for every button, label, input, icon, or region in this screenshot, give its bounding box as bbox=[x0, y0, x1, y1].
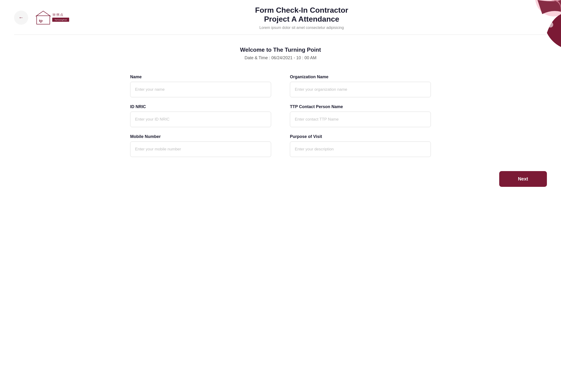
back-arrow-icon: ← bbox=[19, 15, 24, 21]
svg-text:转 拐 点: 转 拐 点 bbox=[53, 13, 63, 16]
mobile-label: Mobile Number bbox=[130, 134, 271, 139]
header: ← tp 转 拐 点 TheTurningPoint Form Check-In… bbox=[0, 0, 561, 34]
ttp-contact-field-group: TTP Contact Person Name bbox=[290, 104, 431, 127]
name-label: Name bbox=[130, 75, 271, 79]
ttp-contact-label: TTP Contact Person Name bbox=[290, 104, 431, 109]
mobile-field-group: Mobile Number bbox=[130, 134, 271, 157]
purpose-label: Purpose of Visit bbox=[290, 134, 431, 139]
next-button[interactable]: Next bbox=[499, 171, 547, 187]
ttp-contact-input[interactable] bbox=[290, 112, 431, 127]
svg-text:TheTurningPoint: TheTurningPoint bbox=[54, 19, 67, 21]
name-input[interactable] bbox=[130, 82, 271, 97]
back-button[interactable]: ← bbox=[14, 11, 28, 25]
logo-icon: tp 转 拐 点 TheTurningPoint bbox=[33, 8, 70, 27]
welcome-datetime: Date & Time : 06/24/2021 - 10 : 00 AM bbox=[14, 55, 547, 60]
purpose-input[interactable] bbox=[290, 142, 431, 157]
svg-text:tp: tp bbox=[39, 18, 43, 23]
org-name-field-group: Organization Name bbox=[290, 75, 431, 97]
org-name-label: Organization Name bbox=[290, 75, 431, 79]
name-field-group: Name bbox=[130, 75, 271, 97]
form-subtitle: Lorem ipsum dolor sit amet consectetur a… bbox=[70, 26, 533, 30]
header-title-area: Form Check-In Contractor Project A Atten… bbox=[70, 6, 547, 30]
welcome-title: Welcome to The Turning Point bbox=[14, 46, 547, 53]
svg-rect-2 bbox=[37, 16, 50, 24]
id-nric-input[interactable] bbox=[130, 112, 271, 127]
welcome-section: Welcome to The Turning Point Date & Time… bbox=[0, 35, 561, 67]
purpose-field-group: Purpose of Visit bbox=[290, 134, 431, 157]
id-nric-field-group: ID NRIC bbox=[130, 104, 271, 127]
form-grid: Name Organization Name ID NRIC TTP Conta… bbox=[130, 75, 431, 157]
button-area: Next bbox=[0, 166, 561, 201]
form-title: Form Check-In Contractor Project A Atten… bbox=[70, 6, 533, 24]
form-container: Name Organization Name ID NRIC TTP Conta… bbox=[116, 67, 445, 166]
logo-area: tp 转 拐 点 TheTurningPoint bbox=[33, 8, 70, 27]
id-nric-label: ID NRIC bbox=[130, 104, 271, 109]
mobile-input[interactable] bbox=[130, 142, 271, 157]
org-name-input[interactable] bbox=[290, 82, 431, 97]
